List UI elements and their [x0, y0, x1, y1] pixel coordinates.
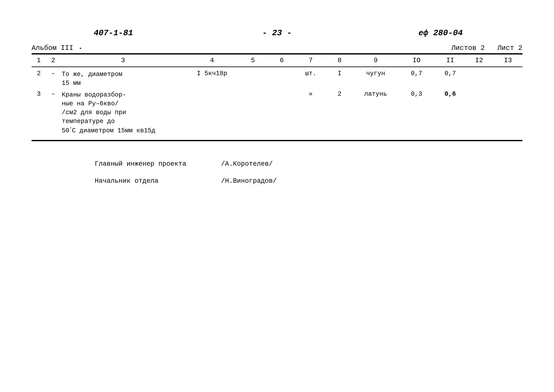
row2-col9: чугун: [354, 67, 397, 89]
col-header-12: I2: [465, 54, 493, 67]
row3-col3: Краны водоразбор-ные на Ру–6кво//см2 для…: [61, 89, 186, 140]
head-department-name: /Н.Виноградов/: [221, 177, 277, 185]
row3-col1: 3: [32, 89, 46, 140]
doc-ref: еф 280-04: [418, 28, 463, 38]
head-department-title: Начальник отдела: [95, 177, 189, 185]
chief-engineer-row: Главный инженер проекта /А.Коротелев/: [95, 160, 522, 168]
col-header-11: II: [436, 54, 465, 67]
row3-col9: латунь: [354, 89, 397, 140]
row3-col8: 2: [325, 89, 354, 140]
signatures-section: Главный инженер проекта /А.Коротелев/ На…: [32, 160, 522, 185]
row2-col12: [465, 67, 493, 89]
row2-col11: 0,7: [436, 67, 465, 89]
row3-col10: 0,3: [397, 89, 436, 140]
row3-col13: [493, 89, 522, 140]
row3-col7: »: [296, 89, 325, 140]
col-header-7: 7: [296, 54, 325, 67]
sheets-label1: Листов 2: [451, 44, 485, 52]
col-header-2: 2: [46, 54, 60, 67]
row2-col3: То же, диаметром15 мм: [61, 67, 186, 89]
chief-engineer-name: /А.Коротелев/: [221, 160, 273, 168]
col-header-13: I3: [493, 54, 522, 67]
col-header-6: 6: [267, 54, 296, 67]
main-table-wrapper: 1 2 3 4 5 6 7 8 9 IO II I2 I3: [32, 53, 522, 141]
row3-col12: [465, 89, 493, 140]
sheets-label2: Лист 2: [498, 44, 522, 52]
album-label-container: Альбом III •: [32, 44, 451, 52]
album-line: Альбом III • Листов 2 Лист 2: [32, 44, 522, 52]
col-header-5: 5: [239, 54, 267, 67]
row2-col10: 0,7: [397, 67, 436, 89]
header-left: 407-1-81: [32, 28, 195, 38]
row2-col5: [239, 67, 267, 89]
col-header-3: 3: [61, 54, 186, 67]
row3-col2: –: [46, 89, 60, 140]
album-dot: •: [79, 46, 82, 51]
doc-number: 407-1-81: [94, 28, 133, 38]
row3-col6: [267, 89, 296, 140]
chief-engineer-title: Главный инженер проекта: [95, 160, 189, 168]
column-header-row: 1 2 3 4 5 6 7 8 9 IO II I2 I3: [32, 54, 522, 67]
col-header-10: IO: [397, 54, 436, 67]
row2-col6: [267, 67, 296, 89]
col-header-9: 9: [354, 54, 397, 67]
row2-col4: I 5кч18р: [186, 67, 238, 89]
page-number: - 23 -: [262, 28, 292, 38]
row3-col11: 0,6: [436, 89, 465, 140]
table-bottom-border: [32, 140, 522, 141]
album-sheets: Листов 2 Лист 2: [451, 44, 522, 52]
page: 407-1-81 - 23 - еф 280-04 Альбом III • Л…: [0, 0, 554, 392]
head-department-row: Начальник отдела /Н.Виноградов/: [95, 177, 522, 185]
row2-col8: I: [325, 67, 354, 89]
table-row-2: 2 – То же, диаметром15 мм I 5кч18р шт. I…: [32, 67, 522, 89]
col-header-1: 1: [32, 54, 46, 67]
table-row-3: 3 – Краны водоразбор-ные на Ру–6кво//см2…: [32, 89, 522, 140]
col-header-4: 4: [186, 54, 238, 67]
main-table: 1 2 3 4 5 6 7 8 9 IO II I2 I3: [32, 54, 522, 140]
row2-col7: шт.: [296, 67, 325, 89]
album-label: Альбом III: [32, 44, 73, 52]
header-center: - 23 -: [195, 28, 359, 38]
row2-col13: [493, 67, 522, 89]
row2-col2: –: [46, 67, 60, 89]
row3-col4: [186, 89, 238, 140]
row2-col1: 2: [32, 67, 46, 89]
col-header-8: 8: [325, 54, 354, 67]
header-right: еф 280-04: [359, 28, 522, 38]
row3-col5: [239, 89, 267, 140]
header: 407-1-81 - 23 - еф 280-04: [32, 28, 522, 38]
